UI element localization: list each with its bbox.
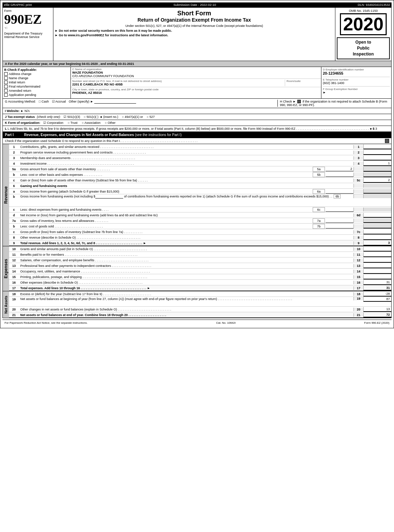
line-19-num: 19	[9, 297, 19, 301]
line-6b-spacer	[354, 194, 363, 198]
line-17-row: 17 Total expenses. Add lines 10 through …	[9, 285, 391, 291]
h-text: if the organization is not required to a…	[280, 100, 387, 107]
line-1-row: 1 Contributions, gifts, grants, and simi…	[9, 144, 391, 150]
ein-value: 20-1234655	[323, 71, 390, 75]
line-6c-ref: 6c	[313, 207, 325, 212]
line-5a-value	[363, 167, 391, 172]
line-5c-num: c	[9, 179, 19, 182]
line-19-value: 87	[363, 297, 391, 302]
submission-date: Submission Date - 2022-02-10	[173, 3, 216, 7]
line-6b-value	[363, 194, 391, 198]
check-amended-return: Amended return	[4, 89, 69, 92]
group-label: F Group Exemption Number	[323, 88, 390, 91]
line-7b-num: b	[9, 225, 19, 228]
taxyear-text: A For the 2020 calendar year, or tax yea…	[5, 62, 134, 66]
efile-label: efile GRAPHIC print	[4, 3, 32, 7]
line-5b-desc: Less: cost or other basis and sales expe…	[19, 173, 312, 177]
checkbox-amended-return	[4, 89, 8, 92]
form-number-block: Form 990EZ ☜ Department of the Treasury …	[3, 8, 53, 61]
line-12-num2: 12	[354, 258, 363, 262]
line-6-val	[363, 184, 391, 188]
line-1-value	[363, 144, 391, 149]
line-10-row: 10 Grants and similar amounts paid (list…	[9, 246, 391, 252]
website-row: I Website: ► N/A	[2, 108, 392, 114]
line-16-num: 16	[9, 281, 19, 284]
line-6c-row: c Less: direct expenses from gaming and …	[9, 207, 391, 212]
line-5a-ref: 5a	[313, 167, 325, 172]
line-1-desc: Contributions, gifts, grants, and simila…	[19, 145, 354, 149]
part1-title: Revenue, Expenses, and Changes in Net As…	[24, 133, 389, 137]
footer: For Paperwork Reduction Act Notice, see …	[2, 320, 392, 326]
part1-label: Part I	[5, 133, 24, 137]
line-7b-ref-val	[326, 224, 354, 228]
line-4-value: 1	[363, 161, 391, 166]
line-6-row: 6 Gaming and fundraising events	[9, 183, 391, 189]
checkbox-address-change	[4, 72, 8, 76]
line-7b-spacer	[354, 224, 363, 228]
line-20-value: 13	[363, 307, 391, 312]
line-7a-desc: Gross sales of inventory, less returns a…	[19, 219, 312, 223]
line-7b-row: b Less: cost of goods sold . . . . . . .…	[9, 224, 391, 229]
ein-block: D Employer identification number 20-1234…	[323, 68, 390, 75]
line-6c-ref-val	[326, 207, 354, 212]
line-12-desc: Salaries, other compensation, and employ…	[19, 258, 354, 262]
line-21-row: 21 Net assets or fund balances at end of…	[9, 312, 391, 318]
line-4-num: 4	[9, 162, 19, 165]
form-ref: Form 990-EZ (2020)	[364, 321, 389, 324]
line-5b-value	[363, 172, 391, 177]
line-13-value	[363, 263, 391, 268]
dept-text: Department of the Treasury	[4, 32, 52, 35]
line-8-num2: 8	[354, 236, 363, 239]
j-opt4: ○ 527	[147, 115, 155, 119]
line-16-desc: Other expenses (describe in Schedule O) …	[19, 280, 354, 285]
check-final-return: Final return/terminated	[4, 85, 69, 88]
line-17-desc: Total expenses. Add lines 10 through 16 …	[19, 286, 354, 290]
line-2-num: 2	[9, 151, 19, 154]
line-18-desc: Excess or (deficit) for the year (Subtra…	[19, 292, 354, 296]
line-14-value	[363, 269, 391, 274]
line-5a-num: 5a	[9, 167, 19, 171]
label-final-return: Final return/terminated	[9, 85, 40, 88]
line-1-num2: 1	[354, 145, 363, 149]
line-3-num2: 3	[354, 156, 363, 160]
line-3-num: 3	[9, 156, 19, 160]
line-7c-value	[363, 230, 391, 234]
h-check-block: H Check ► if the organization is not req…	[277, 100, 389, 107]
line-20-row: 20 Other changes in net assets or fund b…	[9, 307, 391, 312]
line-14-desc: Occupancy, rent, utilities, and maintena…	[19, 269, 354, 274]
dln: DLN: 93492041013532	[358, 3, 390, 7]
line-7a-row: 7a Gross sales of inventory, less return…	[9, 218, 391, 224]
line-2-row: 2 Program service revenue including gove…	[9, 150, 391, 155]
line-5c-num2: 5c	[354, 179, 363, 182]
line-19-row: 19 Net assets or fund balances at beginn…	[9, 297, 391, 307]
line-6a-spacer	[354, 189, 363, 193]
line-8-value	[363, 235, 391, 240]
note2-text: ► Go to www.irs.gov/Form990EZ for instru…	[55, 33, 168, 37]
line-7a-num: 7a	[9, 219, 19, 223]
revenue-side-label: Revenue	[3, 144, 9, 246]
line-18-value: -28	[363, 292, 391, 297]
short-form-title: Short Form	[55, 10, 334, 17]
line-6c-desc: Less: direct expenses from gaming and fu…	[19, 208, 312, 212]
line-6b-num: b	[9, 194, 19, 198]
ein-col: D Employer identification number 20-1234…	[321, 67, 391, 98]
line-12-num: 12	[9, 258, 19, 262]
line-11-desc: Benefits paid to or for members . . . . …	[19, 253, 354, 257]
line-5b-ref-val	[326, 172, 354, 177]
formorg-row: K Form of organization: ☑ Corporation ○ …	[2, 120, 392, 126]
check-applicable-col: B Check if applicable: Address change Na…	[3, 67, 71, 98]
checkbox-application-pending	[4, 93, 8, 97]
line-7a-spacer	[354, 219, 363, 223]
expenses-section: Expenses 10 Grants and similar amounts p…	[2, 246, 392, 291]
i-label: I Website: ►	[5, 109, 24, 113]
schedule-o-checkbox	[385, 139, 389, 143]
line-9-num2: 9	[354, 241, 363, 245]
line-5a-desc: Gross amount from sale of assets other t…	[19, 167, 312, 171]
label-name-change: Name change	[9, 76, 28, 80]
line-21-value: 72	[363, 313, 391, 317]
j-opt1: ☑ 501(c)(3)	[64, 115, 80, 119]
line-6b-desc: Gross income from fundraising events (no…	[19, 194, 354, 199]
line-1-num: 1	[9, 145, 19, 149]
line-15-desc: Printing, publications, postage, and shi…	[19, 275, 354, 279]
line-9-value: 3	[363, 241, 391, 246]
